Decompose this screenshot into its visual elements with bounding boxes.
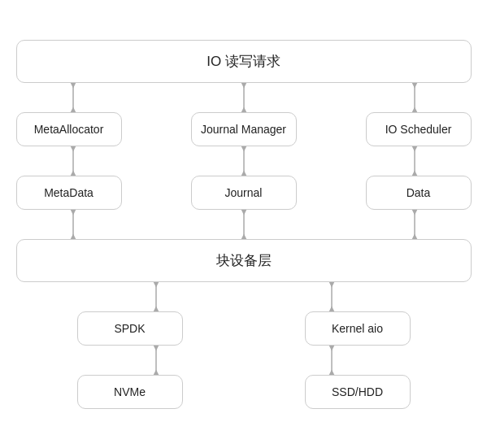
arrow-to-nvme	[151, 346, 161, 375]
kernel-aio-label: Kernel aio	[332, 322, 383, 335]
bottom-mid-boxes-row: MetaData Journal Data	[16, 176, 472, 210]
arrow-to-kernelaio	[327, 282, 337, 311]
block-layer-label: 块设备层	[216, 251, 272, 270]
ssdhdd-box: SSD/HDD	[305, 375, 411, 409]
meta-allocator-box: MetaAllocator	[16, 112, 122, 146]
metadata-box: MetaData	[16, 176, 122, 210]
journal-manager-box: Journal Manager	[191, 112, 297, 146]
io-scheduler-box: IO Scheduler	[366, 112, 472, 146]
io-request-box: IO 读写请求	[16, 40, 472, 83]
journal-manager-label: Journal Manager	[201, 123, 286, 136]
arrow-to-block-center	[239, 210, 249, 239]
arrow-to-spdk	[151, 282, 161, 311]
nvme-box: NVMe	[77, 375, 183, 409]
arrow-down-left	[68, 83, 78, 112]
meta-allocator-label: MetaAllocator	[34, 123, 104, 136]
data-box: Data	[366, 176, 472, 210]
arrow-to-block-right	[410, 210, 420, 239]
arrow-down-right	[410, 83, 420, 112]
spdk-box: SPDK	[77, 311, 183, 346]
arrow-mid-center	[239, 146, 249, 176]
block-layer-box: 块设备层	[16, 239, 472, 282]
metadata-label: MetaData	[44, 186, 93, 199]
storage-top-row: SPDK Kernel aio	[16, 311, 472, 346]
kernel-aio-box: Kernel aio	[305, 311, 411, 346]
ssdhdd-label: SSD/HDD	[332, 385, 383, 398]
io-scheduler-label: IO Scheduler	[385, 123, 452, 136]
storage-bottom-row: NVMe SSD/HDD	[16, 375, 472, 409]
spdk-label: SPDK	[114, 322, 145, 335]
journal-label: Journal	[225, 186, 263, 199]
arrow-to-block-left	[68, 210, 78, 239]
data-label: Data	[407, 186, 431, 199]
nvme-label: NVMe	[114, 385, 146, 398]
io-request-label: IO 读写请求	[207, 52, 280, 71]
arrow-to-ssdhdd	[327, 346, 337, 375]
diagram: IO 读写请求	[16, 40, 472, 409]
arrow-mid-left	[68, 146, 78, 176]
arrow-down-center	[239, 83, 249, 112]
journal-box: Journal	[191, 176, 297, 210]
arrow-mid-right	[410, 146, 420, 176]
top-boxes-row: MetaAllocator Journal Manager IO Schedul…	[16, 112, 472, 146]
